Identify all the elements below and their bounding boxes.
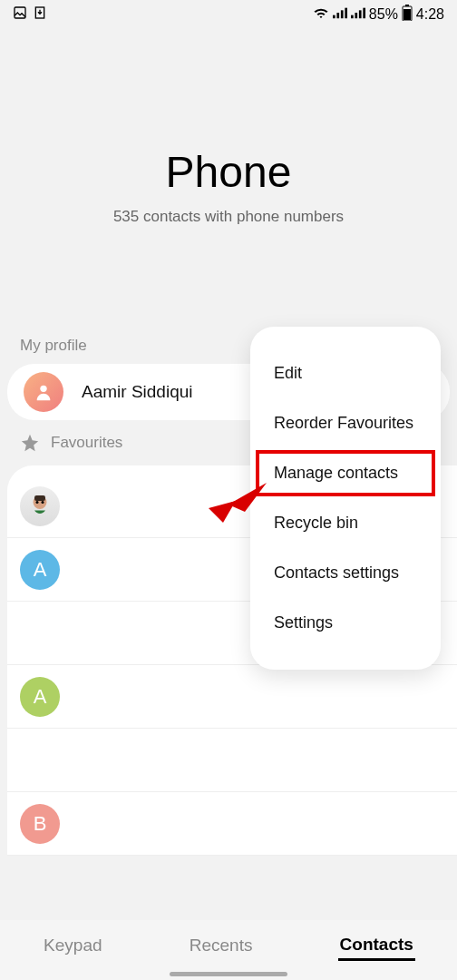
list-item[interactable]: A [7,665,457,729]
battery-icon [402,5,413,24]
menu-edit[interactable]: Edit [254,348,437,398]
contact-avatar: A [20,677,60,717]
signal-icon [333,6,347,23]
status-left-icons [13,5,47,24]
svg-rect-5 [345,8,347,19]
svg-rect-4 [341,10,344,18]
menu-settings[interactable]: Settings [254,598,437,648]
status-right: 85% 4:28 [313,5,444,24]
profile-avatar [24,372,63,412]
svg-rect-15 [34,495,45,501]
svg-rect-12 [405,5,409,6]
contact-avatar: A [20,550,60,590]
wifi-icon [313,6,329,23]
profile-name: Aamir Siddiqui [82,382,193,402]
page-title: Phone [18,147,439,197]
svg-rect-2 [333,15,335,19]
menu-reorder-favourites[interactable]: Reorder Favourites [254,398,437,448]
bottom-tab-bar: Keypad Recents Contacts [0,920,457,980]
svg-marker-19 [228,483,267,512]
list-item[interactable] [7,729,457,792]
tab-recents[interactable]: Recents [188,932,255,959]
svg-rect-6 [351,15,354,19]
svg-rect-3 [336,13,339,18]
svg-rect-11 [404,9,411,20]
list-item[interactable]: B [7,792,457,856]
battery-percent: 85% [369,6,398,23]
page-subtitle: 535 contacts with phone numbers [18,208,439,226]
svg-rect-0 [15,7,25,18]
contact-avatar: B [20,804,60,844]
annotation-arrow-icon [209,472,267,534]
app-header: Phone 535 contacts with phone numbers [0,29,457,326]
image-icon [13,5,27,24]
clock-time: 4:28 [416,6,444,23]
tab-contacts[interactable]: Contacts [338,931,415,961]
svg-rect-7 [355,13,357,18]
svg-rect-8 [359,10,362,18]
svg-point-16 [36,501,39,504]
nav-handle[interactable] [170,972,287,976]
menu-contacts-settings[interactable]: Contacts settings [254,548,437,598]
download-icon [33,5,47,24]
menu-recycle-bin[interactable]: Recycle bin [254,498,437,548]
svg-rect-9 [363,8,365,19]
svg-point-17 [42,501,44,504]
overflow-menu: Edit Reorder Favourites Manage contacts … [250,327,441,670]
contact-avatar-emoji [20,486,60,526]
signal-icon-2 [351,6,365,23]
favourites-label: Favourites [51,434,122,452]
star-icon [20,433,40,453]
status-bar: 85% 4:28 [0,0,457,29]
tab-keypad[interactable]: Keypad [42,932,103,959]
menu-manage-contacts[interactable]: Manage contacts [254,448,437,498]
svg-point-13 [40,386,46,392]
